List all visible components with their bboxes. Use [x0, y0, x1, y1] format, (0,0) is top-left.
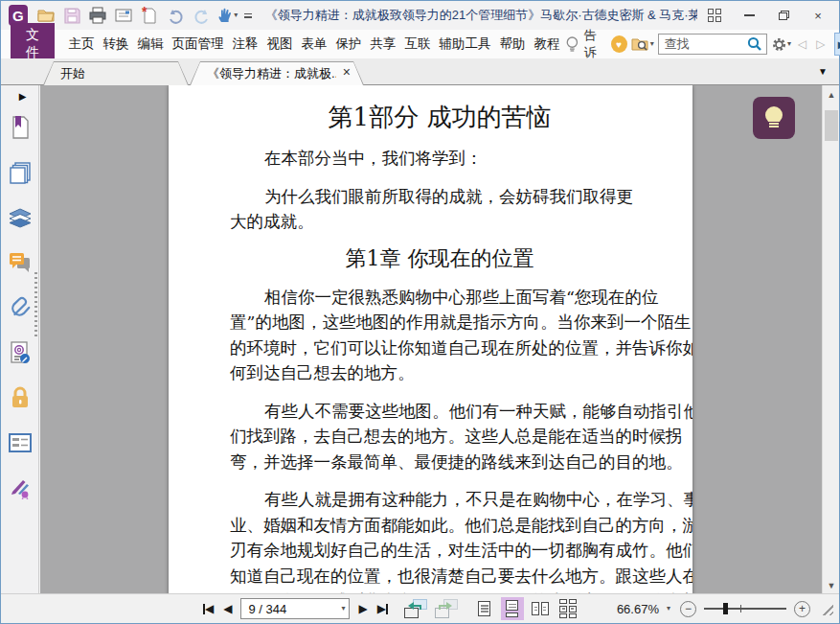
scroll-down-icon[interactable]: ▼ [823, 578, 840, 593]
page-number-input[interactable]: 9 / 344 ▾ [240, 598, 350, 619]
tab-document-label: 《领导力精进：成就极... [207, 65, 336, 82]
zoom-out-button[interactable]: − [680, 601, 696, 617]
menu-share[interactable]: 共享 [366, 32, 400, 57]
prev-page-icon: ◀ [223, 602, 232, 615]
sidebar-resize-handle[interactable] [34, 272, 37, 339]
tab-list-dropdown[interactable]: ▼ [818, 66, 828, 77]
scroll-up-icon[interactable]: ▲ [823, 87, 840, 103]
next-page-icon: ▶ [358, 602, 367, 615]
sidebar-expand-icon[interactable]: ▶ [19, 91, 27, 102]
save-icon [63, 7, 81, 25]
lightbulb-outline-icon[interactable] [564, 35, 580, 54]
doc-line: 弯，并选择一条最简单、最便捷的路线来到达自己的目的地。 [230, 450, 669, 475]
menu-help[interactable]: 帮助 [495, 32, 530, 57]
signature-panel-icon [10, 341, 31, 364]
search-icon[interactable] [747, 36, 762, 52]
previous-page-button[interactable]: ◀ [218, 597, 237, 620]
vertical-scrollbar[interactable]: ▲ ▼ [822, 85, 839, 595]
menu-comment[interactable]: 注释 [228, 32, 262, 57]
ribbon-expand-button[interactable]: ▶ [834, 33, 840, 56]
menu-home[interactable]: 主页 [64, 32, 99, 57]
menu-connect[interactable]: 互联 [400, 32, 435, 57]
arrange-windows-button[interactable] [697, 4, 732, 27]
sidebar-item-attachments[interactable] [8, 295, 33, 320]
hand-tool-icon [216, 7, 234, 24]
single-page-view-button[interactable] [473, 597, 496, 620]
menu-form[interactable]: 表单 [297, 32, 331, 57]
undo-button[interactable] [163, 4, 189, 27]
zoom-slider[interactable] [704, 601, 786, 616]
next-view-button[interactable] [435, 599, 458, 618]
sidebar-item-layers[interactable] [8, 205, 33, 230]
email-button[interactable] [111, 4, 137, 27]
find-options-button[interactable]: ▾ [771, 36, 791, 53]
print-button[interactable] [85, 4, 111, 27]
comments-icon [9, 252, 32, 273]
menu-view[interactable]: 视图 [262, 32, 297, 57]
sidebar-item-fields[interactable] [8, 430, 33, 455]
find-input[interactable]: 查找 [658, 34, 767, 55]
hand-tool-button[interactable]: ▾ [215, 4, 240, 27]
tell-me-label[interactable]: 告诉 [584, 27, 607, 61]
next-page-button[interactable]: ▶ [353, 597, 372, 620]
menu-tutorial[interactable]: 教程 [530, 32, 564, 57]
sidebar-item-comments[interactable] [8, 250, 33, 275]
zoom-level: 66.67% [617, 602, 659, 616]
zoom-slider-thumb[interactable] [723, 603, 728, 614]
heart-icon: ♥ [616, 39, 622, 50]
menu-convert[interactable]: 转换 [99, 32, 133, 57]
layers-icon [8, 207, 33, 228]
doc-line: 的环境时，它们可以让你知道自己现在所处的位置，并告诉你如 [230, 335, 669, 361]
doc-line: 何到达自己想去的地方。 [230, 360, 669, 386]
doc-line: 置”的地图，这些地图的作用就是指示方向。当你来到一个陌生 [230, 310, 669, 335]
continuous-facing-view-button[interactable] [556, 597, 579, 620]
redo-button[interactable] [189, 4, 215, 27]
pdf-page[interactable]: 第1部分 成功的苦恼 在本部分当中，我们将学到： 为什么我们眼前所取得的成就，会… [169, 85, 692, 595]
doc-line: 为什么我们眼前所取得的成就，会妨碍我们取得更 [230, 184, 669, 210]
continuous-page-icon [506, 600, 518, 617]
arrange-windows-icon [708, 9, 721, 22]
zoom-in-button[interactable]: + [794, 601, 810, 617]
scrollbar-thumb[interactable] [825, 110, 838, 141]
history-forward-button[interactable]: ▷ [813, 37, 828, 51]
save-button[interactable] [59, 4, 85, 27]
status-bar: ◀ ◀ 9 / 344 ▾ ▶ ▶ [1, 593, 839, 623]
close-button[interactable]: × [801, 4, 835, 27]
plus-icon: + [799, 603, 806, 614]
continuous-view-button[interactable] [501, 597, 524, 620]
last-page-button[interactable]: ▶ [373, 597, 393, 620]
sidebar-item-bookmarks[interactable] [8, 115, 33, 140]
find-options-caret-icon: ▾ [787, 40, 791, 48]
menu-edit[interactable]: 编辑 [133, 32, 168, 57]
single-page-icon [478, 601, 490, 616]
history-back-button[interactable]: ◁ [795, 37, 809, 51]
facing-view-button[interactable] [529, 597, 552, 620]
zoom-dropdown-caret-icon[interactable]: ▾ [667, 605, 670, 612]
previous-view-button[interactable] [404, 599, 427, 618]
sidebar-item-security[interactable] [8, 385, 33, 410]
first-page-button[interactable]: ◀ [198, 597, 218, 620]
sidebar-item-sign[interactable] [8, 475, 33, 500]
tab-document[interactable]: 《领导力精进：成就极... × [190, 61, 364, 85]
resize-grip[interactable] [820, 602, 833, 615]
asterisk-glyph: * [142, 6, 148, 19]
menu-page-organize[interactable]: 页面管理 [168, 32, 228, 57]
page-dropdown-caret-icon[interactable]: ▾ [341, 605, 345, 612]
maximize-button[interactable] [766, 4, 801, 27]
next-view-icon [438, 601, 453, 612]
sidebar-item-pages[interactable] [8, 160, 33, 185]
tab-start[interactable]: 开始 [43, 61, 189, 85]
document-tab-bar: 开始 《领导力精进：成就极... × ▼ [1, 58, 839, 85]
menu-right-cluster: 告诉 ♥ ▾ 查找 ▾ ◁ ▷ ▶ [564, 27, 840, 61]
tab-close-icon[interactable]: × [343, 64, 351, 80]
assistant-bulb-button[interactable] [753, 97, 795, 139]
favorites-button[interactable]: ♥ [611, 35, 627, 53]
minimize-button[interactable] [732, 4, 766, 27]
new-document-button[interactable]: * [137, 4, 163, 27]
close-icon: × [814, 9, 822, 23]
menu-protect[interactable]: 保护 [331, 32, 366, 57]
sidebar-item-digital-signatures[interactable] [8, 340, 33, 365]
menu-accessibility[interactable]: 辅助工具 [435, 32, 495, 57]
search-folder-button[interactable]: ▾ [631, 35, 654, 53]
customize-toolbar-button[interactable] [240, 4, 256, 27]
